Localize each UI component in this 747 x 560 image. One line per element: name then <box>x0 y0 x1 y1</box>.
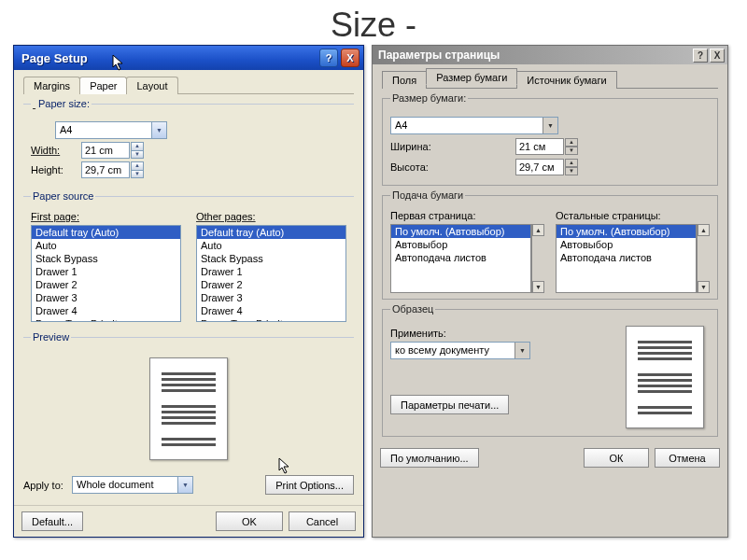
height-input[interactable] <box>515 159 564 175</box>
paper-size-value: A4 <box>391 118 543 133</box>
width-input[interactable] <box>515 138 564 155</box>
default-button[interactable]: По умолчанию... <box>380 448 479 468</box>
tab-paper-size[interactable]: Размер бумаги <box>426 68 517 85</box>
list-item[interactable]: Drawer 2 <box>197 278 345 291</box>
spin-up-icon[interactable]: ▲ <box>131 142 144 150</box>
paper-size-select[interactable]: A4 ▼ <box>390 117 558 134</box>
list-item[interactable]: Drawer 4 <box>197 304 345 317</box>
scrollbar[interactable]: ▲▼ <box>531 224 544 293</box>
page-preview-icon <box>149 357 228 460</box>
list-item[interactable]: По умолч. (Автовыбор) <box>391 225 530 238</box>
scroll-up-icon[interactable]: ▲ <box>532 224 544 236</box>
cancel-button[interactable]: Отмена <box>655 448 720 468</box>
spin-up-icon[interactable]: ▲ <box>131 161 144 170</box>
other-pages-listbox[interactable]: По умолч. (Автовыбор) Автовыбор Автопода… <box>556 224 697 293</box>
first-page-label: First page: <box>31 211 181 222</box>
close-button[interactable]: X <box>341 49 359 67</box>
tab-bar: Поля Размер бумаги Источник бумаги <box>382 70 718 89</box>
spin-up-icon[interactable]: ▲ <box>565 138 578 147</box>
width-input[interactable] <box>81 142 130 159</box>
preview-fieldset: Preview <box>23 331 354 469</box>
page-setup-dialog-xp: Page Setup ? X Margins Paper Layout Pape… <box>13 45 364 538</box>
spin-down-icon[interactable]: ▼ <box>131 170 144 178</box>
tab-layout[interactable]: Layout <box>126 77 177 94</box>
tab-label: Поля <box>392 75 416 86</box>
height-label: Height: <box>31 164 74 175</box>
spin-down-icon[interactable]: ▼ <box>565 167 578 175</box>
tab-paper[interactable]: Paper <box>79 77 127 94</box>
default-button[interactable]: Default... <box>21 511 83 531</box>
list-item[interactable]: Автоподача листов <box>391 251 530 264</box>
dropdown-arrow-icon: ▼ <box>514 343 529 358</box>
help-button[interactable]: ? <box>693 49 708 63</box>
first-page-listbox[interactable]: Default tray (Auto) Auto Stack Bypass Dr… <box>31 225 181 322</box>
titlebar[interactable]: Параметры страницы ? X <box>373 46 727 64</box>
spin-down-icon[interactable]: ▼ <box>565 147 578 155</box>
list-item[interactable]: Drawer 3 <box>197 291 345 304</box>
other-pages-listbox[interactable]: Default tray (Auto) Auto Stack Bypass Dr… <box>196 225 346 322</box>
scroll-up-icon[interactable]: ▲ <box>698 224 710 236</box>
list-item[interactable]: Drawer 1 <box>197 265 345 278</box>
height-input[interactable] <box>81 161 130 178</box>
tab-bar: Margins Paper Layout <box>23 76 354 94</box>
paper-source-fieldset: Paper source First page: Default tray (A… <box>23 190 354 328</box>
paper-size-fieldset: Размер бумаги: A4 ▼ Ширина: ▲▼ <box>382 92 718 186</box>
page-setup-dialog-ru: Параметры страницы ? X Поля Размер бумаг… <box>372 45 728 538</box>
ok-button[interactable]: ОК <box>584 448 649 468</box>
tab-fields[interactable]: Поля <box>382 71 427 89</box>
list-item[interactable]: Drawer 3 <box>32 291 180 304</box>
list-item[interactable]: Drawer 1 <box>32 265 180 278</box>
cancel-button[interactable]: Cancel <box>289 511 356 531</box>
list-item[interactable]: Paper Type Priority <box>32 317 180 322</box>
scroll-down-icon[interactable]: ▼ <box>532 281 544 293</box>
paper-size-value: A4 <box>56 122 151 138</box>
apply-to-label: Применить: <box>390 328 446 339</box>
list-item[interactable]: Paper Type Priority <box>197 317 345 322</box>
dropdown-arrow-icon: ▼ <box>177 477 192 493</box>
height-spinner[interactable]: ▲▼ <box>515 159 578 175</box>
first-page-listbox[interactable]: По умолч. (Автовыбор) Автовыбор Автопода… <box>390 224 531 293</box>
titlebar-text: Page Setup <box>21 51 88 65</box>
help-button[interactable]: ? <box>319 49 338 67</box>
width-spinner[interactable]: ▲▼ <box>81 142 144 159</box>
list-item[interactable]: Auto <box>197 239 345 252</box>
tab-label: Размер бумаги <box>436 72 507 83</box>
list-item[interactable]: Default tray (Auto) <box>197 226 345 239</box>
titlebar[interactable]: Page Setup ? X <box>14 46 363 70</box>
list-item[interactable]: По умолч. (Автовыбор) <box>557 225 696 238</box>
list-item[interactable]: Default tray (Auto) <box>32 226 180 239</box>
spin-up-icon[interactable]: ▲ <box>565 159 578 167</box>
width-label: Ширина: <box>390 141 444 152</box>
dropdown-arrow-icon: ▼ <box>151 122 166 138</box>
print-options-button[interactable]: Print Options... <box>265 475 354 495</box>
ok-button[interactable]: OK <box>216 511 283 531</box>
print-options-button[interactable]: Параметры печати... <box>390 395 509 414</box>
scrollbar[interactable]: ▲▼ <box>697 224 710 293</box>
list-item[interactable]: Drawer 4 <box>32 304 180 317</box>
tab-margins[interactable]: Margins <box>23 77 80 94</box>
height-spinner[interactable]: ▲▼ <box>81 161 144 178</box>
paper-source-legend: Paper source <box>31 190 95 202</box>
other-pages-label: Остальные страницы: <box>556 210 710 221</box>
list-item[interactable]: Stack Bypass <box>197 252 345 265</box>
scroll-down-icon[interactable]: ▼ <box>698 281 710 293</box>
tab-label: Источник бумаги <box>527 75 606 86</box>
slide-title: Size - <box>0 0 747 45</box>
spin-down-icon[interactable]: ▼ <box>131 150 144 159</box>
close-button[interactable]: X <box>710 49 725 63</box>
paper-size-legend: Paper size: <box>31 98 92 109</box>
paper-source-fieldset: Подача бумаги Первая страница: По умолч.… <box>382 189 718 300</box>
apply-to-select[interactable]: ко всему документу ▼ <box>390 342 530 359</box>
list-item[interactable]: Автовыбор <box>391 238 530 251</box>
height-label: Высота: <box>390 161 444 173</box>
list-item[interactable]: Auto <box>32 239 180 252</box>
width-spinner[interactable]: ▲▼ <box>515 138 578 155</box>
apply-to-select[interactable]: Whole document ▼ <box>72 476 193 494</box>
paper-size-select[interactable]: A4 ▼ <box>55 121 167 139</box>
list-item[interactable]: Stack Bypass <box>32 252 180 265</box>
paper-size-fieldset: Paper size: A4 ▼ Width: ▲▼ Heig <box>23 98 354 187</box>
list-item[interactable]: Автоподача листов <box>557 251 696 264</box>
list-item[interactable]: Автовыбор <box>557 238 696 251</box>
list-item[interactable]: Drawer 2 <box>32 278 180 291</box>
tab-paper-source[interactable]: Источник бумаги <box>516 71 616 89</box>
